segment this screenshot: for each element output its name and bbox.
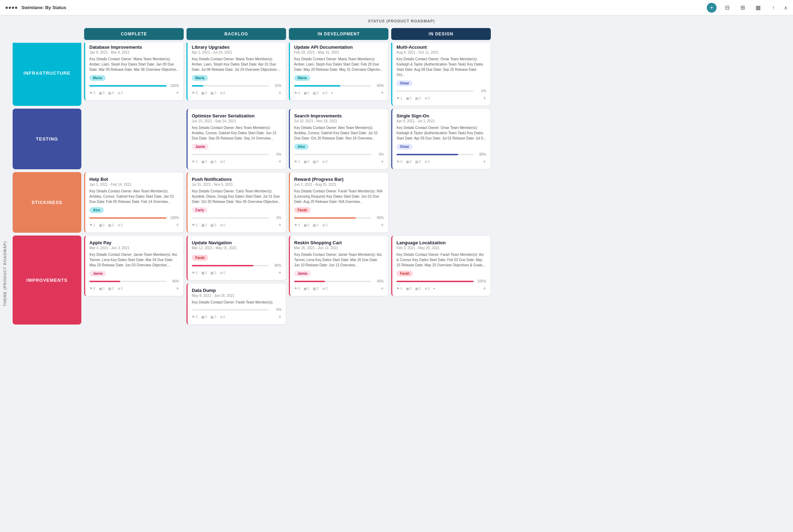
comment-icon: ▦ xyxy=(415,96,418,100)
footer-item-4: ⊕ 0 xyxy=(117,287,123,291)
card-add-button[interactable]: + xyxy=(483,95,486,101)
card-footer: ⚑ 0 ▣ 0 ▦ 0 ⊕ 0 ▾ + xyxy=(294,90,384,96)
card-add-button[interactable]: + xyxy=(381,222,384,228)
attachment-count: 0 xyxy=(196,160,198,164)
export-button[interactable]: ↑ xyxy=(768,3,778,13)
card-title: Single Sign-On xyxy=(396,113,486,118)
expand-icon[interactable]: ▾ xyxy=(433,287,435,291)
footer-item-4: ⊕ 0 xyxy=(425,96,430,100)
attachment-icon: ⚑ xyxy=(192,315,195,319)
card-date: Apr 1, 2021 - Jul 29, 2021 xyxy=(192,50,282,54)
progress-row: 60% xyxy=(294,84,384,88)
card-title: Update API Documentation xyxy=(294,45,384,50)
card-date: Mar 4, 2021 - Jun 3, 2021 xyxy=(89,246,179,250)
card-add-button[interactable]: + xyxy=(278,314,282,320)
card-add-button[interactable]: + xyxy=(483,285,486,292)
card-title: Reskin Shopping Cart xyxy=(294,240,384,245)
footer-item-2: ▣ 0 xyxy=(201,315,207,319)
progress-pct: 40% xyxy=(169,279,179,283)
card-body: Key Details Contact Owner: Maria Team Me… xyxy=(192,56,282,72)
card-add-button[interactable]: + xyxy=(381,285,384,292)
card-footer: ⚑ 1 ▣ 0 ▦ 0 ⊕ 0 + xyxy=(294,158,384,165)
board-main: STATUS (PRODUCT ROADMAP) COMPLETE BACKLO… xyxy=(10,15,793,532)
comment-icon: ▦ xyxy=(108,287,111,291)
attachment-icon: ⚑ xyxy=(89,91,93,95)
cell-infrastructure-indesign: Multi-Account Aug 8, 2021 - Oct 11, 2021… xyxy=(391,40,491,106)
progress-bar-bg xyxy=(192,85,269,87)
doc-count: 0 xyxy=(307,223,310,227)
doc-count: 0 xyxy=(103,91,105,95)
card-add-button[interactable]: + xyxy=(278,158,282,165)
attachment-count: 0 xyxy=(196,271,198,275)
comment-count: 0 xyxy=(317,287,319,291)
comment-count: 0 xyxy=(214,160,216,164)
card-body: Key Details Contact Owner: Jamie Team Me… xyxy=(89,252,179,268)
doc-count: 0 xyxy=(205,160,207,164)
cell-infrastructure-backlog: Library Upgrades Apr 1, 2021 - Jul 29, 2… xyxy=(187,40,286,106)
attachment-icon: ⚑ xyxy=(294,223,297,227)
doc-icon: ▣ xyxy=(99,223,102,227)
comment-icon: ▦ xyxy=(313,160,316,164)
doc-icon: ▣ xyxy=(201,160,204,164)
filter-button[interactable]: ⊟ xyxy=(722,3,732,13)
progress-row: 0% xyxy=(192,216,282,220)
doc-icon: ▣ xyxy=(201,271,204,275)
doc-count: 0 xyxy=(410,287,412,291)
comment-count: 0 xyxy=(419,287,421,291)
attachment-count: 0 xyxy=(400,160,402,164)
progress-bar-fill xyxy=(294,85,340,87)
attachment-count: 1 xyxy=(400,96,402,100)
expand-icon[interactable]: ▾ xyxy=(331,91,333,95)
card: Language Localization Feb 3, 2021 - May … xyxy=(391,236,491,296)
footer-item-1: ⚑ 0 xyxy=(192,315,198,319)
view-button[interactable]: ⊞ xyxy=(738,3,747,13)
card-add-button[interactable]: + xyxy=(278,90,282,96)
footer-item-1: ⚑ 0 xyxy=(89,287,95,291)
progress-pct: 15% xyxy=(272,84,282,88)
progress-row: 80% xyxy=(294,216,384,220)
comment-icon: ▦ xyxy=(210,315,214,319)
doc-count: 0 xyxy=(103,287,105,291)
avatar: Jamie xyxy=(89,271,106,277)
layout-button[interactable]: ▦ xyxy=(753,3,763,13)
avatar: Farah xyxy=(192,255,208,261)
link-count: 0 xyxy=(428,96,430,100)
card-add-button[interactable]: + xyxy=(483,158,486,165)
attachment-count: 0 xyxy=(196,223,198,227)
chevron-up-icon[interactable]: ∧ xyxy=(784,5,787,11)
footer-item-2: ▣ 0 xyxy=(201,91,207,95)
progress-bar-bg xyxy=(89,281,167,282)
comment-icon: ▦ xyxy=(210,91,214,95)
attachment-icon: ⚑ xyxy=(396,287,400,291)
card-add-button[interactable]: + xyxy=(278,270,282,276)
card-footer: ⚑ 4 ▣ 0 ▦ 0 ⊕ 0 ▾ + xyxy=(396,285,486,292)
footer-item-1: ⚑ 0 xyxy=(89,91,95,95)
footer-item-1: ⚑ 4 xyxy=(396,287,402,291)
attachment-icon: ⚑ xyxy=(192,160,195,164)
add-button[interactable]: + xyxy=(707,3,717,13)
progress-row: 100% xyxy=(89,84,179,88)
link-count: 0 xyxy=(223,315,225,319)
footer-item-2: ▣ 0 xyxy=(99,287,105,291)
link-icon: ⊕ xyxy=(322,160,325,164)
progress-bar-fill xyxy=(89,281,120,282)
comment-count: 0 xyxy=(317,91,319,95)
footer-item-4: ⊕ 0 xyxy=(322,160,328,164)
link-icon: ⊕ xyxy=(425,287,427,291)
card-add-button[interactable]: + xyxy=(176,90,179,96)
link-icon: ⊕ xyxy=(425,160,427,164)
footer-item-1: ⚑ 1 xyxy=(294,160,300,164)
card-add-button[interactable]: + xyxy=(381,90,384,96)
progress-pct: 100% xyxy=(476,279,486,283)
card-body: Key Details Contact Owner: Omar Team Mem… xyxy=(396,125,486,141)
card-add-button[interactable]: + xyxy=(278,222,282,228)
card-add-button[interactable]: + xyxy=(381,158,384,165)
doc-count: 0 xyxy=(307,287,310,291)
footer-item-1: ⚑ 0 xyxy=(192,271,198,275)
card-footer: ⚑ 0 ▣ 0 ▦ 0 ⊕ 0 + xyxy=(192,222,282,228)
cell-testing-indev: Search Improvements Jul 10, 2021 - Nov 1… xyxy=(289,109,388,169)
comment-icon: ▦ xyxy=(313,287,316,291)
footer-item-3: ▦ 0 xyxy=(108,91,114,95)
card-add-button[interactable]: + xyxy=(176,222,179,228)
card-add-button[interactable]: + xyxy=(176,285,179,292)
